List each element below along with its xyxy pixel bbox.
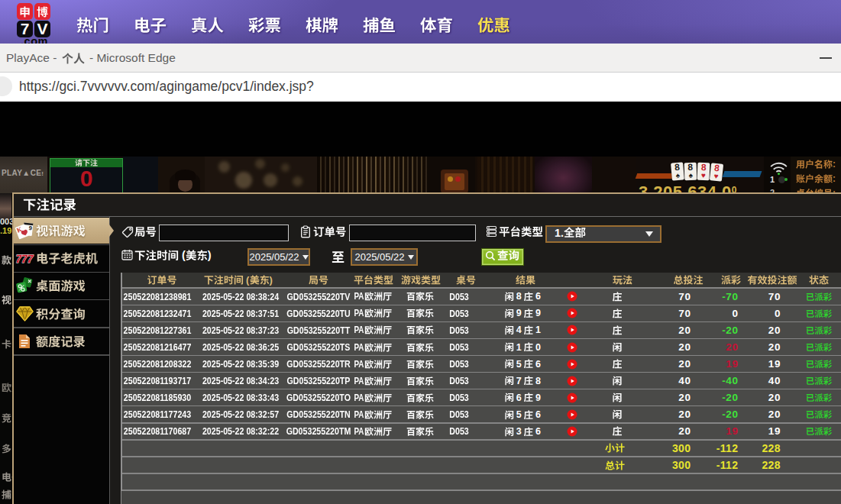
svg-text:7: 7 [26, 252, 34, 265]
